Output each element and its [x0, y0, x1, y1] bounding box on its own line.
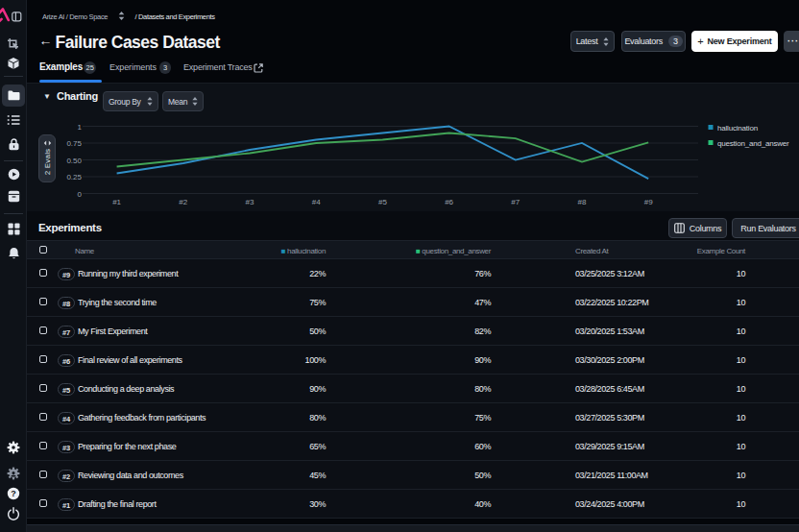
svg-text:1: 1 [78, 123, 83, 132]
svg-text:#1: #1 [112, 198, 121, 206]
svg-text:#7: #7 [511, 198, 520, 206]
svg-text:#2: #2 [179, 198, 187, 206]
svg-text:?: ? [11, 489, 16, 498]
svg-text:0: 0 [78, 190, 83, 199]
svg-text:#6: #6 [445, 198, 453, 206]
svg-text:0.75: 0.75 [66, 139, 82, 148]
svg-text:#9: #9 [644, 198, 653, 206]
svg-text:#4: #4 [312, 198, 321, 206]
svg-text:0.25: 0.25 [66, 173, 82, 181]
svg-text:#8: #8 [578, 198, 587, 206]
svg-text:#3: #3 [246, 198, 254, 206]
svg-text:hallucination: hallucination [717, 124, 758, 133]
svg-text:0.50: 0.50 [66, 157, 82, 165]
svg-text:#5: #5 [378, 198, 387, 206]
svg-text:question_and_answer: question_and_answer [717, 139, 789, 148]
